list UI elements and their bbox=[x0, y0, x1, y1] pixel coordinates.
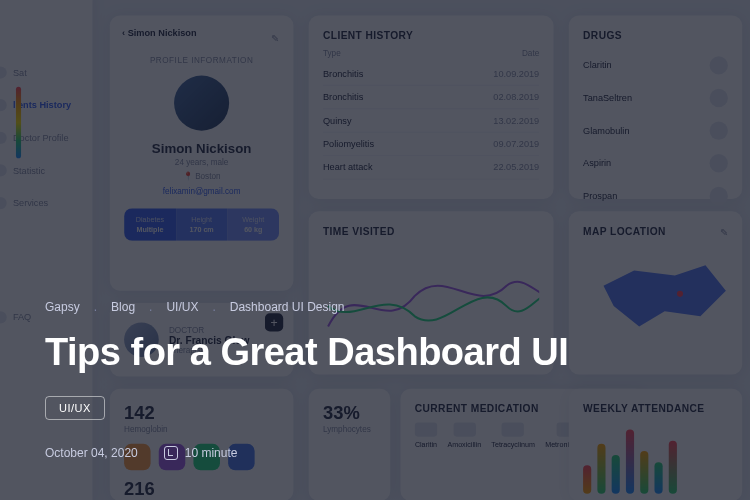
breadcrumb-separator: . bbox=[212, 300, 215, 314]
breadcrumb-item[interactable]: Gapsy bbox=[45, 300, 80, 314]
breadcrumb: Gapsy . Blog . UI/UX . Dashboard UI Desi… bbox=[45, 300, 705, 314]
meta-row: October 04, 2020 10 minute bbox=[45, 446, 705, 460]
page-title: Tips for a Great Dashboard UI bbox=[45, 332, 705, 374]
breadcrumb-item[interactable]: Dashboard UI Design bbox=[230, 300, 345, 314]
category-badge[interactable]: UI/UX bbox=[45, 396, 105, 420]
breadcrumb-separator: . bbox=[149, 300, 152, 314]
hero-content: Gapsy . Blog . UI/UX . Dashboard UI Desi… bbox=[45, 0, 705, 500]
publish-date: October 04, 2020 bbox=[45, 446, 138, 460]
breadcrumb-item[interactable]: UI/UX bbox=[166, 300, 198, 314]
read-time: 10 minute bbox=[164, 446, 238, 460]
breadcrumb-item[interactable]: Blog bbox=[111, 300, 135, 314]
clock-icon bbox=[164, 446, 178, 460]
breadcrumb-separator: . bbox=[94, 300, 97, 314]
